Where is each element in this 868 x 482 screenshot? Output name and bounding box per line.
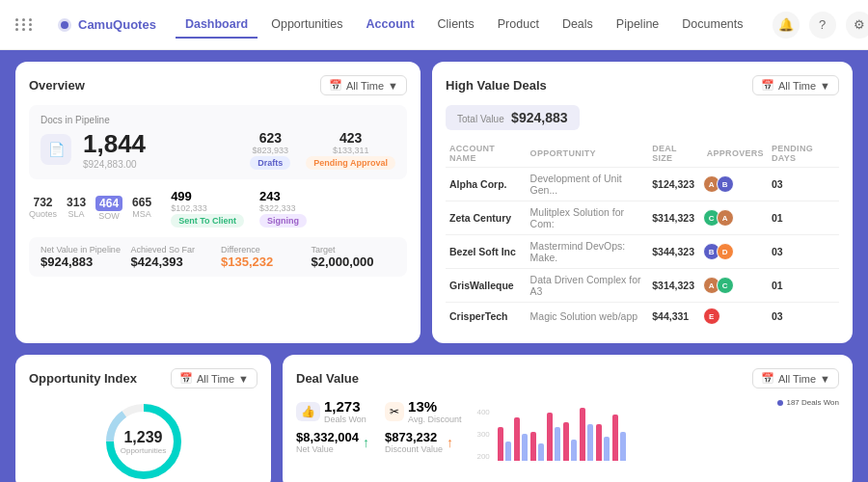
stat-signing: 243 $322,333 Signing [259, 189, 307, 228]
bar-pink [580, 408, 585, 461]
nav-product[interactable]: Product [488, 12, 549, 39]
col-account: Account Name [446, 140, 527, 168]
avg-disc-num: 13% [408, 398, 461, 415]
stat-sow: 464 SOW [95, 196, 122, 221]
col-opportunity: Opportunity [527, 140, 649, 168]
bar-group [514, 417, 528, 461]
stat-sla: 313 SLA [67, 196, 86, 221]
settings-icon[interactable]: ⚙ [846, 12, 868, 39]
deal-val-title: Deal Value [296, 371, 359, 386]
achieved: Achieved So Far $424,393 [131, 245, 216, 269]
overview-title: Overview [29, 78, 85, 93]
table-row: Zeta Century Mulitplex Solution for Com:… [446, 201, 839, 235]
calendar-icon-opp: 📅 [179, 372, 193, 385]
opp-filter[interactable]: 📅 All Time ▼ [171, 368, 258, 388]
table-row: CrisperTech Magic Solution web/app $44,3… [446, 303, 839, 331]
help-icon[interactable]: ? [809, 12, 836, 39]
chevron-dv: ▼ [820, 373, 830, 385]
table-row: Bezel Soft Inc Mastermind DevOps: Make. … [446, 235, 839, 269]
bar-blue [571, 440, 577, 461]
deal-val-filter[interactable]: 📅 All Time ▼ [752, 368, 839, 388]
thumb-up-icon: 👍 [296, 402, 320, 421]
svg-point-1 [61, 21, 68, 29]
nav-opportunities[interactable]: Opportunities [261, 12, 352, 39]
chevron-down-icon: ▼ [388, 80, 398, 92]
badge-sent: Sent To Client [171, 214, 244, 228]
cell-pending: 01 [768, 201, 839, 235]
docs-number: 1,844 [83, 129, 146, 159]
bar-pink [612, 415, 618, 461]
opp-sub: Opportunities [121, 446, 167, 455]
discount-icon: ✂ [385, 402, 404, 421]
cell-opportunity: Development of Unit Gen... [527, 168, 649, 201]
high-value-deals-card: High Value Deals 📅 All Time ▼ Total Valu… [432, 62, 853, 343]
bar-blue [620, 432, 626, 461]
bar-blue [538, 443, 544, 461]
bar-group [596, 424, 610, 461]
cell-pending: 03 [768, 235, 839, 269]
cell-deal-size: $314,323 [648, 201, 702, 235]
calendar-icon-deals: 📅 [761, 79, 774, 92]
donut-chart: 1,239 Opportunities [29, 398, 258, 482]
deals-won-block: 👍 1,273 Deals Won $8,332,004 Net Value ↑ [296, 398, 369, 475]
target: Target $2,000,000 [312, 245, 396, 269]
deal-value-stats: 👍 1,273 Deals Won $8,332,004 Net Value ↑ [296, 398, 839, 475]
bar-group [612, 415, 626, 461]
nav-pipeline[interactable]: Pipeline [607, 12, 668, 39]
difference: Difference $135,232 [221, 245, 306, 269]
opportunity-index-card: Opportunity Index 📅 All Time ▼ 1,2 [15, 355, 271, 482]
cell-account: Bezel Soft Inc [446, 235, 527, 269]
bar-pink [514, 417, 520, 461]
cell-pending: 03 [768, 168, 839, 201]
nav-documents[interactable]: Documents [672, 12, 752, 39]
deals-won-num: 1,273 [324, 398, 366, 415]
overview-filter[interactable]: 📅 All Time ▼ [320, 75, 407, 95]
bar-pink [563, 422, 569, 461]
cell-opportunity: Data Driven Complex for A3 [527, 269, 649, 303]
nav-clients[interactable]: Clients [428, 12, 484, 39]
notification-bell[interactable]: 🔔 [773, 12, 800, 39]
opp-title: Opportunity Index [29, 371, 137, 386]
grid-icon[interactable] [15, 18, 34, 31]
calendar-icon: 📅 [329, 79, 342, 92]
badge-drafts: Drafts [250, 156, 290, 170]
docs-label: Docs in Pipeline [41, 115, 395, 125]
nav-dashboard[interactable]: Dashboard [176, 12, 258, 39]
bar-blue [505, 442, 511, 461]
main-nav: Dashboard Opportunities Account Clients … [176, 12, 753, 39]
badge-signing: Signing [259, 214, 307, 228]
nav-deals[interactable]: Deals [553, 12, 603, 39]
cell-approvers: AB [703, 168, 768, 201]
cell-opportunity: Mulitplex Solution for Com: [527, 201, 649, 235]
bar-group [547, 413, 560, 461]
stat-quotes: 732 Quotes [29, 196, 57, 221]
trend-down-icon: ↑ [447, 435, 453, 450]
trend-up-icon: ↑ [363, 435, 369, 450]
total-value-badge: Total Value $924,883 [446, 105, 580, 130]
cell-account: CrisperTech [446, 303, 527, 331]
bar-blue [587, 424, 593, 461]
cell-opportunity: Mastermind DevOps: Make. [527, 235, 649, 269]
bar-pink [530, 432, 536, 461]
table-row: GrisWalleque Data Driven Complex for A3 … [446, 269, 839, 303]
bottom-stats: Net Value in Pipeline $924,883 Achieved … [29, 237, 407, 277]
cell-pending: 03 [768, 303, 839, 331]
docs-in-pipeline: Docs in Pipeline 📄 1,844 $924,883.00 623… [29, 105, 407, 179]
bar-pink [596, 424, 602, 461]
nav-account[interactable]: Account [357, 12, 424, 39]
overview-card: Overview 📅 All Time ▼ Docs in Pipeline 📄… [15, 62, 420, 343]
col-approvers: Approvers [703, 140, 768, 168]
cell-opportunity: Magic Solution web/app [527, 303, 649, 331]
deals-filter[interactable]: 📅 All Time ▼ [752, 75, 839, 95]
net-value: Net Value in Pipeline $924,883 [41, 245, 125, 269]
cell-deal-size: $124,323 [648, 168, 702, 201]
bar-group [580, 408, 593, 461]
deals-table: Account Name Opportunity Deal Size Appro… [446, 140, 839, 330]
header-actions: 🔔 ? ⚙ U ▼ [773, 11, 868, 40]
header: CamuQuotes Dashboard Opportunities Accou… [0, 0, 868, 50]
col-pending: Pending Days [768, 140, 839, 168]
docs-sub: $924,883.00 [83, 159, 146, 170]
stat-sent: 499 $102,333 Sent To Client [171, 189, 244, 228]
cell-account: GrisWalleque [446, 269, 527, 303]
cell-approvers: AC [703, 269, 768, 303]
